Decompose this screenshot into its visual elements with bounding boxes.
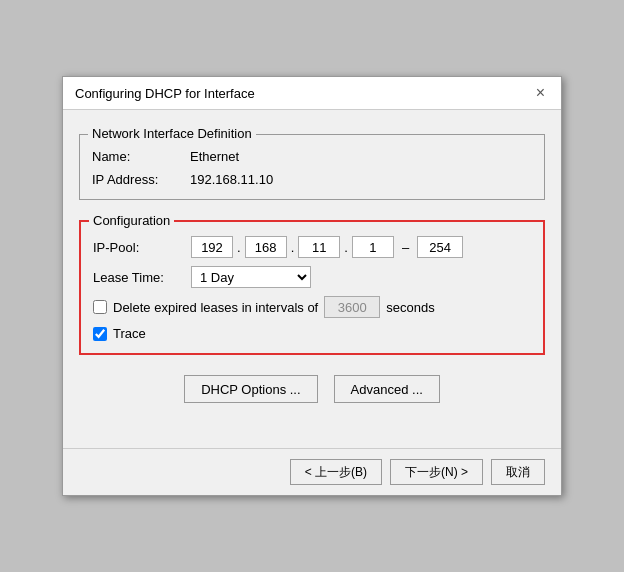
ip-pool-row: IP-Pool: . . . – xyxy=(93,236,531,258)
ip-dot-1: . xyxy=(237,240,241,255)
ip-dot-2: . xyxy=(291,240,295,255)
trace-row: Trace xyxy=(93,326,531,341)
ip-pool-inputs: . . . – xyxy=(191,236,463,258)
ip-address-row: IP Address: 192.168.11.10 xyxy=(92,172,532,187)
lease-time-select[interactable]: 1 Day 2 Days 1 Week 1 Month Unlimited xyxy=(191,266,311,288)
lease-time-row: Lease Time: 1 Day 2 Days 1 Week 1 Month … xyxy=(93,266,531,288)
delete-expired-checkbox[interactable] xyxy=(93,300,107,314)
configuration-group: Configuration IP-Pool: . . . – xyxy=(79,220,545,355)
network-interface-group: Network Interface Definition Name: Ether… xyxy=(79,134,545,200)
trace-checkbox[interactable] xyxy=(93,327,107,341)
back-button[interactable]: < 上一步(B) xyxy=(290,459,382,485)
delete-expired-label: Delete expired leases in intervals of xyxy=(113,300,318,315)
cancel-button[interactable]: 取消 xyxy=(491,459,545,485)
ip-dot-3: . xyxy=(344,240,348,255)
delete-expired-row: Delete expired leases in intervals of se… xyxy=(93,296,531,318)
dialog-title: Configuring DHCP for Interface xyxy=(75,86,255,101)
configuration-content: IP-Pool: . . . – Lease Time xyxy=(93,236,531,341)
network-interface-legend: Network Interface Definition xyxy=(88,126,256,141)
advanced-button[interactable]: Advanced ... xyxy=(334,375,440,403)
trace-label: Trace xyxy=(113,326,146,341)
name-value: Ethernet xyxy=(190,149,239,164)
title-bar: Configuring DHCP for Interface × xyxy=(63,77,561,110)
name-label: Name: xyxy=(92,149,182,164)
seconds-label: seconds xyxy=(386,300,434,315)
name-row: Name: Ethernet xyxy=(92,149,532,164)
dialog-body: Network Interface Definition Name: Ether… xyxy=(63,110,561,448)
next-button[interactable]: 下一步(N) > xyxy=(390,459,483,485)
configuration-legend: Configuration xyxy=(89,213,174,228)
ip-pool-label: IP-Pool: xyxy=(93,240,183,255)
ip-address-label: IP Address: xyxy=(92,172,182,187)
ip-seg3-input[interactable] xyxy=(298,236,340,258)
ip-end-input[interactable] xyxy=(417,236,463,258)
footer-buttons: < 上一步(B) 下一步(N) > 取消 xyxy=(63,448,561,495)
interval-input[interactable] xyxy=(324,296,380,318)
lease-time-label: Lease Time: xyxy=(93,270,183,285)
close-button[interactable]: × xyxy=(532,85,549,101)
ip-seg4-input[interactable] xyxy=(352,236,394,258)
dialog: Configuring DHCP for Interface × Network… xyxy=(62,76,562,496)
ip-seg1-input[interactable] xyxy=(191,236,233,258)
dhcp-options-button[interactable]: DHCP Options ... xyxy=(184,375,317,403)
middle-buttons: DHCP Options ... Advanced ... xyxy=(79,375,545,403)
ip-address-value: 192.168.11.10 xyxy=(190,172,273,187)
ip-seg2-input[interactable] xyxy=(245,236,287,258)
ip-dash: – xyxy=(402,240,409,255)
network-interface-content: Name: Ethernet IP Address: 192.168.11.10 xyxy=(92,149,532,187)
